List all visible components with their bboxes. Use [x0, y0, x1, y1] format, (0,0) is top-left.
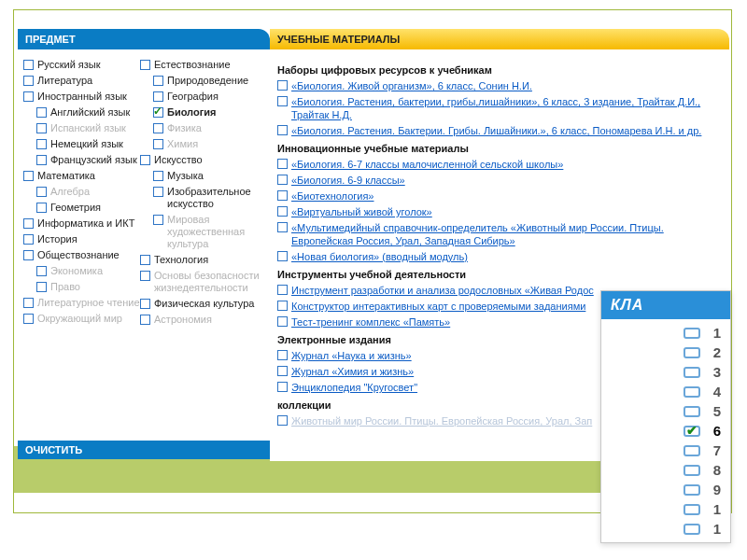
checkbox-icon[interactable] [140, 271, 150, 281]
checkbox-icon[interactable] [277, 96, 288, 106]
checkbox-icon[interactable] [684, 445, 700, 456]
checkbox-icon[interactable] [684, 367, 700, 378]
checkbox-icon[interactable] [153, 123, 163, 133]
subject-item[interactable]: Музыка [153, 168, 261, 184]
checkbox-icon[interactable] [36, 187, 47, 197]
subject-item[interactable]: Алгебра [36, 184, 140, 200]
resource-link[interactable]: «Биология. Растения, бактерии, грибы,лиш… [291, 95, 724, 121]
resource-link[interactable]: Животный мир России. Птицы. Европейская … [291, 414, 592, 427]
subject-item[interactable]: Окружающий мир [23, 311, 140, 327]
checkbox-icon[interactable] [277, 285, 288, 295]
subject-item[interactable]: Литература [23, 73, 140, 89]
subject-item[interactable]: Естествознание [140, 57, 261, 73]
checkbox-icon[interactable] [684, 524, 700, 535]
checkbox-icon[interactable] [277, 415, 288, 426]
checkbox-icon[interactable] [153, 187, 163, 197]
checkbox-icon[interactable] [23, 314, 34, 324]
checkbox-icon[interactable] [153, 215, 163, 225]
resource-link[interactable]: Тест-тренинг комплекс «Память» [291, 315, 450, 329]
checkbox-icon[interactable] [153, 139, 163, 149]
checkbox-icon[interactable] [140, 155, 150, 165]
subject-item[interactable]: Испанский язык [36, 120, 140, 136]
checkbox-icon[interactable] [36, 203, 47, 213]
resource-link[interactable]: «Биотехнология» [291, 189, 374, 203]
checkbox-icon[interactable] [23, 218, 34, 229]
resource-link[interactable]: Конструктор интерактивных карт с проверя… [291, 300, 585, 313]
class-row[interactable]: 7 [607, 441, 725, 460]
checkbox-icon[interactable] [277, 366, 288, 376]
checkbox-icon[interactable] [277, 206, 288, 217]
class-row[interactable]: 3 [607, 362, 725, 382]
subject-item[interactable]: Русский язык [23, 57, 140, 73]
checkbox-icon[interactable] [36, 107, 47, 118]
class-row[interactable]: 4 [607, 382, 725, 401]
subject-item[interactable]: Изобразительное искусство [153, 184, 261, 212]
subject-item[interactable]: История [23, 231, 140, 247]
subject-item[interactable]: Английский язык [36, 105, 140, 120]
subject-item[interactable]: Биология [153, 105, 261, 120]
checkbox-icon[interactable] [36, 266, 47, 276]
resource-link[interactable]: Журнал «Химия и жизнь» [291, 365, 414, 378]
subject-item[interactable]: Обществознание [23, 247, 140, 263]
checkbox-icon[interactable] [23, 171, 34, 181]
class-row[interactable]: 1 [607, 323, 725, 343]
checkbox-icon[interactable] [277, 301, 288, 311]
subject-item[interactable]: Основы безопасности жизнедеятельности [140, 268, 261, 296]
subject-item[interactable]: Информатика и ИКТ [23, 216, 140, 231]
subject-item[interactable]: Природоведение [153, 73, 261, 89]
checkbox-icon[interactable] [277, 316, 288, 327]
checkbox-icon[interactable] [684, 406, 700, 417]
checkbox-icon[interactable] [277, 382, 288, 392]
checkbox-icon[interactable] [140, 255, 150, 265]
checkbox-icon[interactable] [23, 250, 34, 260]
checkbox-icon[interactable] [684, 426, 700, 437]
class-row[interactable]: 1 [607, 519, 725, 539]
subject-item[interactable]: Мировая художественная культура [153, 212, 261, 252]
checkbox-icon[interactable] [36, 282, 47, 292]
resource-link[interactable]: «Мультимедийный справочник-определитель … [291, 221, 724, 247]
checkbox-icon[interactable] [153, 76, 163, 86]
subject-item[interactable]: География [153, 89, 261, 105]
resource-link[interactable]: «Биология. 6-7 классы малочисленной сель… [291, 158, 563, 171]
checkbox-icon[interactable] [23, 76, 34, 86]
checkbox-icon[interactable] [36, 155, 47, 165]
checkbox-icon[interactable] [153, 107, 163, 118]
checkbox-icon[interactable] [277, 222, 288, 232]
resource-link[interactable]: «Биология. Живой организм», 6 класс, Сон… [291, 79, 532, 92]
subject-item[interactable]: Математика [23, 168, 140, 184]
checkbox-icon[interactable] [23, 298, 34, 308]
checkbox-icon[interactable] [684, 504, 700, 515]
checkbox-icon[interactable] [23, 91, 34, 102]
checkbox-icon[interactable] [140, 60, 150, 70]
checkbox-icon[interactable] [684, 465, 700, 476]
resource-link[interactable]: «Новая биология» (вводный модуль) [291, 250, 468, 263]
resource-link[interactable]: Журнал «Наука и жизнь» [291, 349, 412, 362]
checkbox-icon[interactable] [277, 251, 288, 261]
clear-button[interactable]: ОЧИСТИТЬ [18, 441, 270, 459]
checkbox-icon[interactable] [140, 299, 150, 309]
subject-item[interactable]: Физическая культура [140, 296, 261, 312]
checkbox-icon[interactable] [277, 175, 288, 185]
class-row[interactable]: 1 [607, 499, 725, 519]
resource-link[interactable]: «Биология. Растения. Бактерии. Грибы. Ли… [291, 124, 701, 137]
checkbox-icon[interactable] [36, 123, 47, 133]
resource-link[interactable]: «Виртуальный живой уголок» [291, 205, 432, 218]
checkbox-icon[interactable] [684, 484, 700, 496]
checkbox-icon[interactable] [36, 139, 47, 149]
subject-item[interactable]: Технология [140, 252, 261, 268]
resource-link[interactable]: Энциклопедия "Кругосвет" [291, 381, 417, 394]
class-row[interactable]: 2 [607, 343, 725, 362]
checkbox-icon[interactable] [277, 159, 288, 169]
subject-item[interactable]: Физика [153, 120, 261, 136]
subject-item[interactable]: Астрономия [140, 312, 261, 328]
class-row[interactable]: 5 [607, 401, 725, 421]
subject-item[interactable]: Химия [153, 136, 261, 152]
subject-item[interactable]: Иностранный язык [23, 89, 140, 105]
checkbox-icon[interactable] [277, 125, 288, 135]
checkbox-icon[interactable] [277, 190, 288, 201]
checkbox-icon[interactable] [140, 315, 150, 325]
subject-item[interactable]: Искусство [140, 152, 261, 168]
class-row[interactable]: 8 [607, 460, 725, 480]
resource-link[interactable]: «Биология. 6-9 классы» [291, 174, 405, 187]
subject-item[interactable]: Право [36, 279, 140, 295]
